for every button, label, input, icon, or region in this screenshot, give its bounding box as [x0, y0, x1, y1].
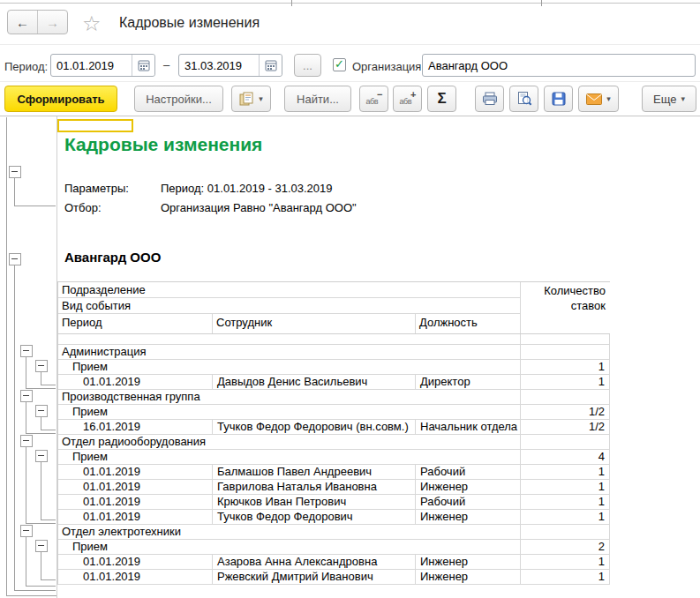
cell-employee[interactable]: Давыдов Денис Васильевич — [213, 375, 416, 389]
tab-strip-line — [0, 3, 700, 4]
header-event-type[interactable]: Вид события — [58, 298, 520, 314]
cell-event[interactable]: Прием — [58, 405, 520, 419]
cell-qty[interactable] — [520, 345, 610, 359]
cell-qty[interactable]: 1 — [520, 510, 610, 524]
report-table-header: Подразделение Вид события Период Сотрудн… — [58, 282, 610, 334]
header-department[interactable]: Подразделение — [58, 282, 520, 298]
cell-qty[interactable]: 1 — [520, 360, 610, 374]
organization-checkbox[interactable]: ✓ — [333, 58, 346, 71]
cell-period[interactable]: 01.01.2019 — [58, 510, 213, 524]
cell-qty[interactable] — [520, 435, 610, 449]
cell-period[interactable]: 01.01.2019 — [58, 495, 213, 509]
collapse-groups-button[interactable]: абв − — [359, 86, 388, 112]
report-row-detail: 01.01.2019Азарова Анна АлександровнаИнже… — [58, 555, 610, 570]
more-actions-button[interactable]: Еще ▾ — [642, 86, 696, 112]
header-period[interactable]: Период — [58, 314, 213, 333]
organization-field: Авангард ООО — [422, 54, 696, 77]
cell-event[interactable]: Прием — [58, 540, 520, 554]
report-table: Подразделение Вид события Период Сотрудн… — [57, 281, 610, 585]
divider — [0, 44, 700, 45]
report-row-detail: 01.01.2019Давыдов Денис ВасильевичДирект… — [58, 375, 610, 390]
dropdown-caret-icon: ▾ — [259, 94, 263, 103]
cell-employee[interactable]: Балмашов Павел Андреевич — [213, 465, 416, 479]
cell-qty[interactable]: 1 — [520, 465, 610, 479]
header-position[interactable]: Должность — [416, 314, 520, 333]
cell-qty[interactable] — [520, 525, 610, 539]
report-row-department: Отдел радиооборудования — [58, 435, 610, 450]
save-icon — [552, 92, 566, 106]
report-variants-button[interactable]: ▾ — [231, 86, 271, 112]
choose-period-button[interactable]: ... — [294, 54, 321, 77]
cell-qty[interactable]: 1 — [520, 375, 610, 389]
period-from-field: 01.01.2019 — [50, 54, 155, 77]
generate-button[interactable]: Сформировать — [4, 86, 117, 112]
calendar-button[interactable] — [132, 55, 154, 76]
save-button[interactable] — [544, 86, 573, 112]
cell-period[interactable]: 16.01.2019 — [58, 420, 213, 434]
collapse-groups-icon: абв − — [366, 92, 382, 106]
cell-qty[interactable]: 1 — [520, 495, 610, 509]
cell-period[interactable]: 01.01.2019 — [58, 555, 213, 569]
app-window: ← → ☆ Кадровые изменения Период: 01.01.2… — [0, 0, 700, 598]
print-button[interactable] — [475, 86, 504, 112]
report-row-detail: 01.01.2019Балмашов Павел АндреевичРабочи… — [58, 465, 610, 480]
report-row-detail: 01.01.2019Гаврилова Наталья ИвановнаИнже… — [58, 480, 610, 495]
cell-period[interactable]: 01.01.2019 — [58, 570, 213, 584]
calendar-icon — [138, 59, 150, 71]
history-nav-group: ← → — [7, 10, 68, 34]
cell-qty[interactable]: 4 — [520, 450, 610, 464]
cell-employee[interactable]: Гаврилова Наталья Ивановна — [213, 480, 416, 494]
expand-groups-button[interactable]: абв + — [393, 86, 422, 112]
cell-position[interactable]: Рабочий — [416, 495, 520, 509]
header-qty[interactable]: Количество ставок — [520, 282, 610, 333]
calendar-button[interactable] — [259, 55, 282, 76]
print-preview-button[interactable] — [509, 86, 538, 112]
tab-separator — [291, 0, 292, 6]
cell-position[interactable]: Инженер — [416, 510, 520, 524]
settings-button[interactable]: Настройки... — [134, 86, 223, 112]
report-variants-icon — [239, 92, 254, 107]
selected-cell[interactable] — [57, 119, 133, 132]
cell-qty[interactable]: 1/2 — [520, 420, 610, 434]
cell-qty[interactable]: 1/2 — [520, 405, 610, 419]
cell-period[interactable]: 01.01.2019 — [58, 480, 213, 494]
cell-qty[interactable]: 1 — [520, 570, 610, 584]
find-button[interactable]: Найти... — [284, 86, 351, 112]
cell-department[interactable]: Отдел электротехники — [58, 525, 520, 539]
report-row-event: Прием1/2 — [58, 405, 610, 420]
cell-employee[interactable]: Ржевский Дмитрий Иванович — [213, 570, 416, 584]
cell-employee[interactable]: Тучков Федор Федорович — [213, 510, 416, 524]
cell-position[interactable]: Директор — [416, 375, 520, 389]
cell-qty[interactable] — [520, 390, 610, 404]
report-row-detail: 16.01.2019Тучков Федор Федорович (вн.сов… — [58, 420, 610, 435]
cell-position[interactable]: Инженер — [416, 555, 520, 569]
cell-department[interactable]: Отдел радиооборудования — [58, 435, 520, 449]
favorite-star-icon[interactable]: ☆ — [82, 11, 102, 36]
cell-qty[interactable]: 1 — [520, 555, 610, 569]
cell-department[interactable]: Администрация — [58, 345, 520, 359]
cell-position[interactable]: Рабочий — [416, 465, 520, 479]
cell-employee[interactable]: Крючков Иван Петрович — [213, 495, 416, 509]
period-from-input[interactable]: 01.01.2019 — [51, 55, 132, 76]
sum-button[interactable]: Σ — [427, 86, 456, 112]
cell-position[interactable]: Инженер — [416, 480, 520, 494]
report-row-event: Прием1 — [58, 360, 610, 375]
cell-qty[interactable]: 2 — [520, 540, 610, 554]
header-employee[interactable]: Сотрудник — [213, 314, 416, 333]
selection-label: Отбор: — [64, 201, 102, 214]
period-to-input[interactable]: 31.03.2019 — [179, 55, 259, 76]
cell-qty[interactable]: 1 — [520, 480, 610, 494]
cell-event[interactable]: Прием — [58, 450, 520, 464]
cell-position[interactable]: Начальник отдела — [416, 420, 520, 434]
send-email-button[interactable]: ▾ — [578, 86, 619, 112]
organization-input[interactable]: Авангард ООО — [423, 55, 695, 76]
cell-position[interactable]: Инженер — [416, 570, 520, 584]
cell-employee[interactable]: Азарова Анна Александровна — [213, 555, 416, 569]
cell-event[interactable]: Прием — [58, 360, 520, 374]
back-button[interactable]: ← — [8, 11, 37, 34]
cell-period[interactable]: 01.01.2019 — [58, 375, 213, 389]
cell-employee[interactable]: Тучков Федор Федорович (вн.совм.) — [213, 420, 416, 434]
cell-period[interactable]: 01.01.2019 — [58, 465, 213, 479]
cell-department[interactable]: Производственная группа — [58, 390, 520, 404]
forward-button[interactable]: → — [37, 11, 67, 34]
